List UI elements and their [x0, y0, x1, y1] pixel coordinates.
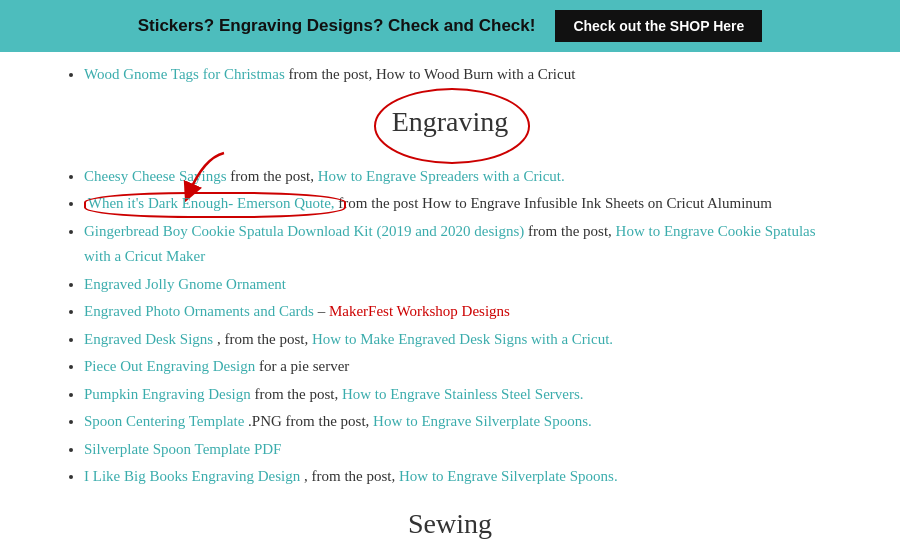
- engrave-spreaders-link[interactable]: How to Engrave Spreaders with a Cricut.: [318, 168, 565, 184]
- sewing-section-heading: Sewing: [60, 508, 840, 540]
- pumpkin-link[interactable]: Pumpkin Engraving Design: [84, 386, 251, 402]
- list-item-gnome: Engraved Jolly Gnome Ornament: [84, 272, 840, 298]
- main-content: Wood Gnome Tags for Christmas from the p…: [0, 52, 900, 556]
- engraving-circle-decoration: Engraving: [392, 96, 509, 152]
- shop-button[interactable]: Check out the SHOP Here: [555, 10, 762, 42]
- cheesy-cheese-link[interactable]: Cheesy Cheese Sayings: [84, 168, 226, 184]
- photo-dash: –: [318, 303, 329, 319]
- jolly-gnome-link[interactable]: Engraved Jolly Gnome Ornament: [84, 276, 286, 292]
- list-item-desk: Engraved Desk Signs , from the post, How…: [84, 327, 840, 353]
- engrave-silverplate-link1[interactable]: How to Engrave Silverplate Spoons.: [373, 413, 592, 429]
- list-item-piece-out: Piece Out Engraving Design for a pie ser…: [84, 354, 840, 380]
- list-item-pumpkin: Pumpkin Engraving Design from the post, …: [84, 382, 840, 408]
- pumpkin-mid: from the post,: [254, 386, 342, 402]
- big-books-link[interactable]: I Like Big Books Engraving Design: [84, 468, 300, 484]
- header-banner: Stickers? Engraving Designs? Check and C…: [0, 0, 900, 52]
- engrave-stainless-link[interactable]: How to Engrave Stainless Steel Servers.: [342, 386, 584, 402]
- list-item-gingerbread: Gingerbread Boy Cookie Spatula Download …: [84, 219, 840, 270]
- makerfest-link[interactable]: MakerFest Workshop Designs: [329, 303, 510, 319]
- spoon-centering-link[interactable]: Spoon Centering Template: [84, 413, 244, 429]
- list-item: Cheesy Cheese Sayings from the post, How…: [84, 164, 840, 190]
- engrave-desk-link[interactable]: How to Make Engraved Desk Signs with a C…: [312, 331, 613, 347]
- wood-gnome-rest: from the post, How to Wood Burn with a C…: [285, 66, 576, 82]
- gingerbread-link[interactable]: Gingerbread Boy Cookie Spatula Download …: [84, 223, 373, 239]
- engraving-heading: Engraving: [392, 106, 509, 138]
- engrave-silverplate-link2[interactable]: How to Engrave Silverplate Spoons.: [399, 468, 618, 484]
- list-item-silverplate: Silverplate Spoon Template PDF: [84, 437, 840, 463]
- emerson-rest: from the post How to Engrave Infusible I…: [338, 195, 772, 211]
- list-item-spoon-centering: Spoon Centering Template .PNG from the p…: [84, 409, 840, 435]
- desk-signs-link[interactable]: Engraved Desk Signs: [84, 331, 213, 347]
- sewing-heading: Sewing: [408, 508, 492, 539]
- gingerbread-dates-link[interactable]: (2019 and 2020 designs): [376, 223, 524, 239]
- desk-mid: , from the post,: [217, 331, 312, 347]
- gingerbread-mid: from the post,: [528, 223, 616, 239]
- list-item-photo: Engraved Photo Ornaments and Cards – Mak…: [84, 299, 840, 325]
- engraving-list: Cheesy Cheese Sayings from the post, How…: [60, 164, 840, 490]
- cheesy-cheese-mid: from the post,: [230, 168, 318, 184]
- big-books-mid: , from the post,: [304, 468, 399, 484]
- engraving-section-heading: Engraving: [60, 96, 840, 152]
- list-item-emerson: When it's Dark Enough- Emerson Quote, fr…: [84, 191, 840, 217]
- emerson-quote-link[interactable]: When it's Dark Enough- Emerson Quote,: [88, 195, 335, 211]
- banner-text: Stickers? Engraving Designs? Check and C…: [138, 16, 536, 36]
- top-list: Wood Gnome Tags for Christmas from the p…: [60, 62, 840, 88]
- silverplate-link[interactable]: Silverplate Spoon Template PDF: [84, 441, 281, 457]
- list-item: Wood Gnome Tags for Christmas from the p…: [84, 62, 840, 88]
- piece-out-link[interactable]: Piece Out Engraving Design: [84, 358, 255, 374]
- spoon-centering-mid: .PNG from the post,: [248, 413, 373, 429]
- piece-out-rest: for a pie server: [259, 358, 349, 374]
- list-item-big-books: I Like Big Books Engraving Design , from…: [84, 464, 840, 490]
- photo-ornaments-link[interactable]: Engraved Photo Ornaments and Cards: [84, 303, 314, 319]
- wood-gnome-link[interactable]: Wood Gnome Tags for Christmas: [84, 66, 285, 82]
- emerson-circled: When it's Dark Enough- Emerson Quote,: [88, 195, 339, 211]
